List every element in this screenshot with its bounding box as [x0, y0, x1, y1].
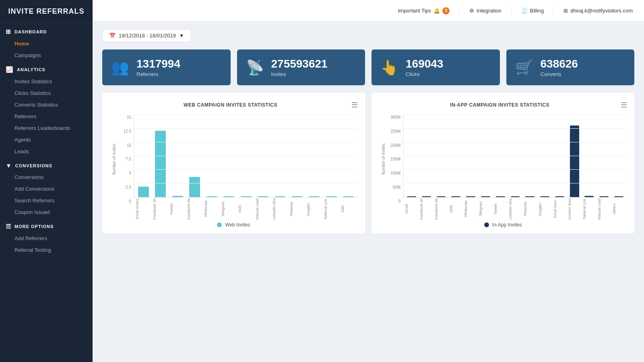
bar-col-0-5	[221, 117, 236, 197]
bar-0-0	[138, 187, 149, 197]
x-label-1-2: Facebook Messages	[434, 198, 448, 220]
grid-line	[134, 183, 358, 183]
sidebar-logo: INVITE REFERRALS	[0, 0, 93, 23]
sidebar-item-analytics-6[interactable]: Leads	[0, 146, 93, 157]
bar-1-3	[451, 196, 460, 197]
sidebar-item-conversions-3[interactable]: Coupon Issued	[0, 206, 93, 218]
bar-col-0-10	[307, 117, 322, 197]
x-label-1-4: WhatsApp	[464, 198, 477, 220]
bar-1-4	[466, 196, 475, 197]
sidebar-item-analytics-0[interactable]: Invites Statistics	[0, 76, 93, 87]
grid-line	[403, 115, 627, 115]
gear-icon: ⚙	[469, 8, 474, 14]
stat-label-0: Referrers	[136, 71, 180, 77]
sidebar-section-2[interactable]: ▼CONVERSIONS	[0, 157, 93, 171]
chart-menu-1[interactable]: ☰	[621, 101, 627, 109]
bar-col-0-8	[272, 117, 288, 197]
chart-title-0: WEB CAMPAIGN INVITES STATISTICS	[109, 102, 351, 108]
section-icon-0: ⊞	[6, 28, 11, 35]
bar-col-0-12	[341, 117, 356, 197]
y-label-1-5: 50M	[393, 185, 400, 189]
bar-1-2	[437, 196, 446, 197]
grid-line	[403, 156, 627, 156]
section-label-2: CONVERSIONS	[15, 163, 52, 168]
user-menu-button[interactable]: ⊞ dhiraj.k@notifyvisitors.com	[564, 8, 633, 14]
section-icon-2: ▼	[6, 162, 12, 169]
bar-0-8	[275, 196, 286, 197]
important-tips-button[interactable]: Important Tips 🔔 3	[398, 7, 450, 14]
bar-col-0-7	[255, 117, 270, 197]
chart-body-1: GmailFacebook SharesFacebook MessagesSMS…	[403, 115, 627, 220]
bar-col-1-10	[553, 117, 566, 197]
x-label-1-12: Referral Link	[582, 198, 596, 220]
x-label-1-8: Pinterest	[523, 198, 537, 220]
bar-0-7	[258, 196, 268, 197]
date-range-button[interactable]: 📅 19/12/2018 - 18/01/2019 ▼	[102, 29, 191, 42]
sidebar-item-more-options-0[interactable]: Add Referrers	[0, 232, 93, 244]
x-label-0-11: Referral Link	[324, 198, 339, 220]
y-label-1-0: 300M	[390, 115, 400, 119]
bar-col-1-4	[464, 117, 477, 197]
section-label-3: MORE OPTIONS	[14, 224, 54, 229]
integration-button[interactable]: ⚙ Integration	[469, 8, 501, 14]
y-label-0-2: 10	[127, 143, 131, 148]
y-label-0-3: 7.5	[126, 157, 131, 161]
sidebar-item-conversions-2[interactable]: Search Referrers	[0, 195, 93, 206]
section-icon-3: ☰	[6, 223, 11, 230]
integration-label: Integration	[477, 8, 501, 14]
sidebar-section-1[interactable]: 📈ANALYTICS	[0, 61, 93, 76]
bar-col-0-4	[204, 117, 219, 197]
bar-col-1-6	[494, 117, 507, 197]
stat-label-3: Converts	[541, 71, 578, 77]
bar-1-7	[511, 196, 520, 197]
bar-1-1	[422, 196, 431, 197]
x-label-0-10: Google+	[306, 198, 322, 220]
y-axis-label-1: Number of invites	[381, 144, 386, 175]
y-axis-0: 1512.5107.552.50	[118, 115, 134, 220]
y-label-0-0: 15	[127, 115, 131, 119]
x-label-1-9: Google+	[538, 198, 551, 220]
stat-info-2: 169043 Clicks	[406, 58, 443, 77]
sidebar-item-conversions-1[interactable]: Add Conversions	[0, 183, 93, 195]
bar-col-1-2	[435, 117, 448, 197]
sidebar-item-analytics-4[interactable]: Referrers Leaderboards	[0, 122, 93, 134]
billing-button[interactable]: 🧾 Billing	[521, 8, 544, 14]
sidebar-item-analytics-2[interactable]: Converts Statistics	[0, 99, 93, 111]
sidebar-section-3[interactable]: ☰MORE OPTIONS	[0, 218, 93, 232]
bar-1-5	[481, 196, 490, 197]
main-area: Important Tips 🔔 3 ⚙ Integration 🧾 Billi…	[93, 0, 644, 362]
topbar-divider-3	[553, 6, 554, 16]
bar-0-12	[343, 196, 354, 197]
sidebar-item-conversions-0[interactable]: Conversions	[0, 171, 93, 183]
sidebar-item-analytics-1[interactable]: Clicks Statistics	[0, 87, 93, 99]
bar-1-6	[496, 196, 505, 197]
chart-menu-0[interactable]: ☰	[351, 101, 358, 109]
stat-icon-0: 👥	[111, 59, 129, 76]
bar-col-1-7	[509, 117, 522, 197]
stat-info-1: 275593621 Invites	[271, 58, 328, 77]
sidebar-item-dashboard-1[interactable]: Campaigns	[0, 49, 93, 61]
stat-icon-3: 🛒	[515, 59, 533, 76]
legend-dot-0	[217, 222, 222, 227]
sidebar-item-analytics-3[interactable]: Referrers	[0, 111, 93, 122]
stat-number-2: 169043	[406, 58, 443, 70]
sidebar-item-more-options-1[interactable]: Referral Testing	[0, 244, 93, 256]
bar-col-0-0	[136, 117, 151, 197]
sidebar-nav: ⊞DASHBOARDHomeCampaigns📈ANALYTICSInvites…	[0, 23, 93, 256]
section-label-1: ANALYTICS	[17, 67, 45, 72]
grid-line	[134, 169, 358, 170]
y-axis-label-0: Number of invites	[112, 144, 116, 175]
stat-label-2: Clicks	[406, 71, 443, 77]
sidebar-section-0[interactable]: ⊞DASHBOARD	[0, 23, 93, 38]
bar-1-10	[555, 196, 564, 197]
sidebar-item-analytics-5[interactable]: Agents	[0, 134, 93, 146]
stat-card-converts: 🛒 638626 Converts	[506, 49, 635, 85]
sidebar-item-dashboard-0[interactable]: Home	[0, 38, 93, 49]
calendar-icon: 📅	[109, 33, 116, 39]
bar-0-9	[292, 196, 303, 197]
stat-card-referrers: 👥 1317994 Referrers	[102, 49, 231, 85]
bar-col-1-13	[597, 117, 611, 197]
bar-0-2	[172, 196, 183, 197]
billing-label: Billing	[530, 8, 544, 14]
topbar: Important Tips 🔔 3 ⚙ Integration 🧾 Billi…	[93, 0, 644, 22]
